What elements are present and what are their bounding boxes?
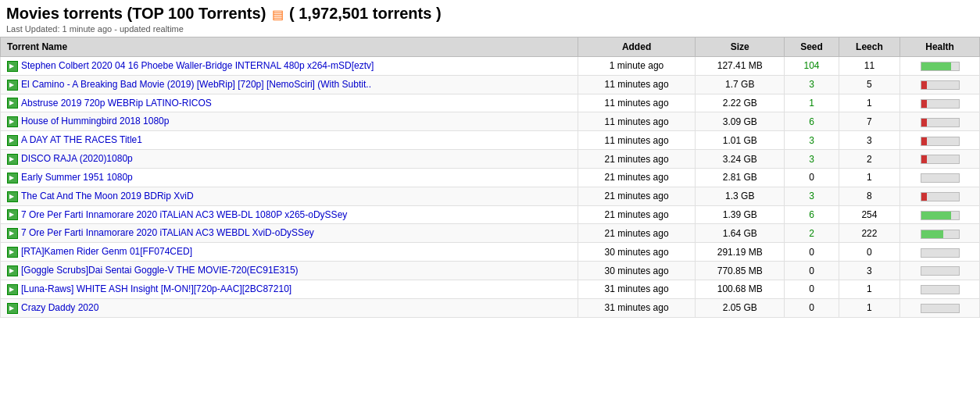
table-row: [Luna-Raws] WHITE ASH Insight [M-ON!][72… xyxy=(1,280,980,298)
torrent-name-link[interactable]: Crazy Daddy 2020 xyxy=(21,302,98,313)
health-bar-container xyxy=(921,137,960,146)
cell-seed: 3 xyxy=(785,187,839,205)
torrent-icon xyxy=(7,191,18,202)
cell-added: 21 minutes ago xyxy=(578,224,695,243)
health-bar-container xyxy=(921,99,960,109)
torrent-icon xyxy=(7,61,18,72)
cell-name: Crazy Daddy 2020 xyxy=(1,298,578,317)
torrent-name-link[interactable]: El Camino - A Breaking Bad Movie (2019) … xyxy=(21,79,371,90)
torrent-name-link[interactable]: [RTA]Kamen Rider Genm 01[FF074CED] xyxy=(21,246,192,257)
torrent-name-link[interactable]: Early Summer 1951 1080p xyxy=(21,172,133,183)
health-bar-container xyxy=(921,155,960,164)
health-bar-container xyxy=(921,266,960,276)
cell-leech: 11 xyxy=(839,57,900,76)
torrent-icon xyxy=(7,173,18,183)
cell-name: 7 Ore Per Farti Innamorare 2020 iTALiAN … xyxy=(1,205,578,224)
torrent-icon xyxy=(7,80,18,91)
cell-added: 1 minute ago xyxy=(578,57,695,76)
cell-size: 1.7 GB xyxy=(696,75,785,94)
col-name: Torrent Name xyxy=(1,37,578,57)
col-size: Size xyxy=(696,37,785,57)
cell-leech: 0 xyxy=(839,243,900,262)
cell-leech: 2 xyxy=(839,150,900,169)
cell-added: 30 minutes ago xyxy=(578,243,695,262)
cell-health xyxy=(900,94,980,112)
cell-added: 11 minutes ago xyxy=(578,131,695,150)
cell-seed: 0 xyxy=(785,243,839,262)
torrent-name-link[interactable]: [Goggle Scrubs]Dai Sentai Goggle-V THE M… xyxy=(21,265,299,276)
health-bar-container xyxy=(921,192,960,201)
last-updated: Last Updated: 1 minute ago - updated rea… xyxy=(6,24,974,34)
health-bar-container xyxy=(921,62,960,71)
torrent-icon xyxy=(7,247,18,258)
cell-leech: 254 xyxy=(839,205,900,224)
cell-added: 21 minutes ago xyxy=(578,150,695,169)
cell-size: 3.09 GB xyxy=(696,112,785,131)
health-bar xyxy=(921,193,927,201)
health-bar-container xyxy=(921,80,960,90)
cell-name: DISCO RAJA (2020)1080p xyxy=(1,150,578,169)
cell-size: 1.3 GB xyxy=(696,187,785,205)
cell-size: 1.39 GB xyxy=(696,205,785,224)
cell-health xyxy=(900,280,980,298)
torrent-icon xyxy=(7,98,18,109)
cell-added: 21 minutes ago xyxy=(578,205,695,224)
cell-seed: 104 xyxy=(785,57,839,76)
cell-health xyxy=(900,131,980,150)
cell-leech: 8 xyxy=(839,187,900,205)
health-bar xyxy=(921,62,951,70)
health-bar-container xyxy=(921,173,960,183)
cell-seed: 6 xyxy=(785,112,839,131)
table-row: Abstruse 2019 720p WEBRip LATINO-RICOS11… xyxy=(1,94,980,112)
cell-seed: 1 xyxy=(785,94,839,112)
torrent-name-link[interactable]: DISCO RAJA (2020)1080p xyxy=(21,153,133,164)
health-bar-container xyxy=(921,248,960,258)
cell-size: 100.68 MB xyxy=(696,280,785,298)
cell-seed: 3 xyxy=(785,131,839,150)
torrent-icon xyxy=(7,228,18,239)
table-row: Stephen Colbert 2020 04 16 Phoebe Waller… xyxy=(1,57,980,76)
cell-size: 1.64 GB xyxy=(696,224,785,243)
torrent-icon xyxy=(7,154,18,165)
cell-leech: 1 xyxy=(839,168,900,187)
cell-seed: 0 xyxy=(785,168,839,187)
cell-added: 11 minutes ago xyxy=(578,112,695,131)
table-row: Crazy Daddy 202031 minutes ago2.05 GB01 xyxy=(1,298,980,317)
cell-name: [RTA]Kamen Rider Genm 01[FF074CED] xyxy=(1,243,578,262)
page-title: Movies torrents (TOP 100 Torrents) ▤ ( 1… xyxy=(6,5,974,23)
torrent-name-link[interactable]: 7 Ore Per Farti Innamorare 2020 iTALiAN … xyxy=(21,227,314,238)
cell-leech: 3 xyxy=(839,131,900,150)
cell-name: A DAY AT THE RACES Title1 xyxy=(1,131,578,150)
torrents-table: Torrent Name Added Size Seed Leech Healt… xyxy=(0,37,980,318)
health-bar xyxy=(921,119,927,126)
torrent-icon xyxy=(7,135,18,146)
cell-added: 21 minutes ago xyxy=(578,187,695,205)
torrent-name-link[interactable]: 7 Ore Per Farti Innamorare 2020 iTALiAN … xyxy=(21,209,347,220)
torrent-icon xyxy=(7,284,18,295)
torrent-name-link[interactable]: The Cat And The Moon 2019 BDRip XviD xyxy=(21,191,194,201)
table-body: Stephen Colbert 2020 04 16 Phoebe Waller… xyxy=(1,57,980,318)
table-row: 7 Ore Per Farti Innamorare 2020 iTALiAN … xyxy=(1,224,980,243)
table-row: The Cat And The Moon 2019 BDRip XviD21 m… xyxy=(1,187,980,205)
cell-size: 291.19 MB xyxy=(696,243,785,262)
cell-seed: 0 xyxy=(785,298,839,317)
torrent-name-link[interactable]: House of Hummingbird 2018 1080p xyxy=(21,116,169,126)
cell-size: 770.85 MB xyxy=(696,262,785,280)
table-row: DISCO RAJA (2020)1080p21 minutes ago3.24… xyxy=(1,150,980,169)
torrent-name-link[interactable]: Stephen Colbert 2020 04 16 Phoebe Waller… xyxy=(21,60,374,71)
torrent-icon xyxy=(7,209,18,220)
cell-name: El Camino - A Breaking Bad Movie (2019) … xyxy=(1,75,578,94)
table-row: Early Summer 1951 1080p21 minutes ago2.8… xyxy=(1,168,980,187)
cell-name: Early Summer 1951 1080p xyxy=(1,168,578,187)
health-bar xyxy=(921,212,951,219)
cell-added: 31 minutes ago xyxy=(578,298,695,317)
cell-leech: 1 xyxy=(839,280,900,298)
torrent-name-link[interactable]: [Luna-Raws] WHITE ASH Insight [M-ON!][72… xyxy=(21,283,291,294)
torrent-name-link[interactable]: A DAY AT THE RACES Title1 xyxy=(21,134,142,145)
cell-health xyxy=(900,57,980,76)
table-row: 7 Ore Per Farti Innamorare 2020 iTALiAN … xyxy=(1,205,980,224)
torrent-name-link[interactable]: Abstruse 2019 720p WEBRip LATINO-RICOS xyxy=(21,98,212,109)
cell-size: 127.41 MB xyxy=(696,57,785,76)
rss-icon[interactable]: ▤ xyxy=(272,8,284,21)
cell-health xyxy=(900,150,980,169)
